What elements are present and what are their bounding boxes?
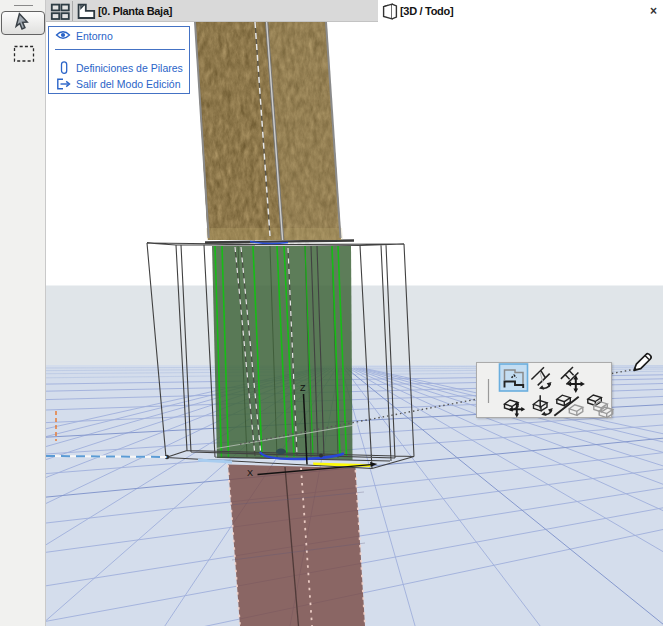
svg-text:X: X — [247, 468, 253, 478]
svg-text:Z: Z — [300, 383, 306, 393]
